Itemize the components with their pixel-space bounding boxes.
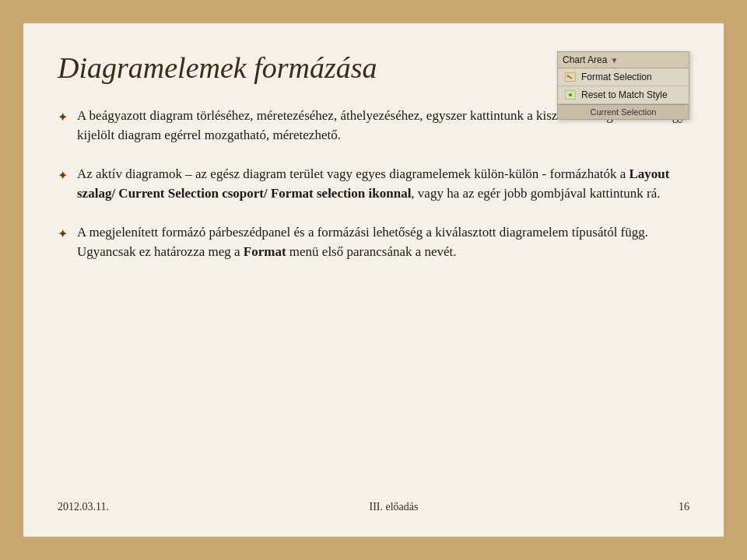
footer-page: 16 [679,501,689,513]
reset-to-match-style-label: Reset to Match Style [581,89,668,100]
bullet-icon-2: ✦ [58,166,68,185]
bullet-item-3: ✦ A megjelenített formázó párbeszédpanel… [58,222,689,262]
bullet-icon-1: ✦ [58,108,68,127]
bullet-text-3: A megjelenített formázó párbeszédpanel é… [77,222,689,262]
format-selection-label: Format Selection [581,72,652,82]
slide: Diagramelemek formázása Chart Area ▼ For… [23,23,724,537]
reset-to-match-style-button[interactable]: Reset to Match Style [558,86,689,104]
format-selection-icon [564,72,577,82]
format-selection-button[interactable]: Format Selection [558,68,689,86]
content-area: ✦ A beágyazott diagram törléséhez, méret… [58,106,689,493]
svg-point-5 [570,94,572,96]
chart-panel-header: Chart Area ▼ [558,52,689,68]
footer-lecture: III. előadás [370,501,419,513]
reset-to-match-style-icon [564,89,577,100]
chart-area-dropdown[interactable]: Chart Area ▼ [563,54,618,65]
current-selection-footer: Current Selection [558,104,689,119]
chart-area-label: Chart Area [563,54,607,65]
footer-date: 2012.03.11. [58,501,109,513]
bullet-item-2: ✦ Az aktív diagramok – az egész diagram … [58,164,689,204]
bullet-text-2: Az aktív diagramok – az egész diagram te… [77,164,689,204]
chart-panel: Chart Area ▼ Format Selection [557,51,689,120]
svg-point-2 [567,75,570,78]
bullet-icon-3: ✦ [58,225,68,243]
slide-footer: 2012.03.11. III. előadás 16 [58,493,689,513]
current-selection-label: Current Selection [591,107,657,117]
dropdown-arrow-icon: ▼ [610,56,618,65]
